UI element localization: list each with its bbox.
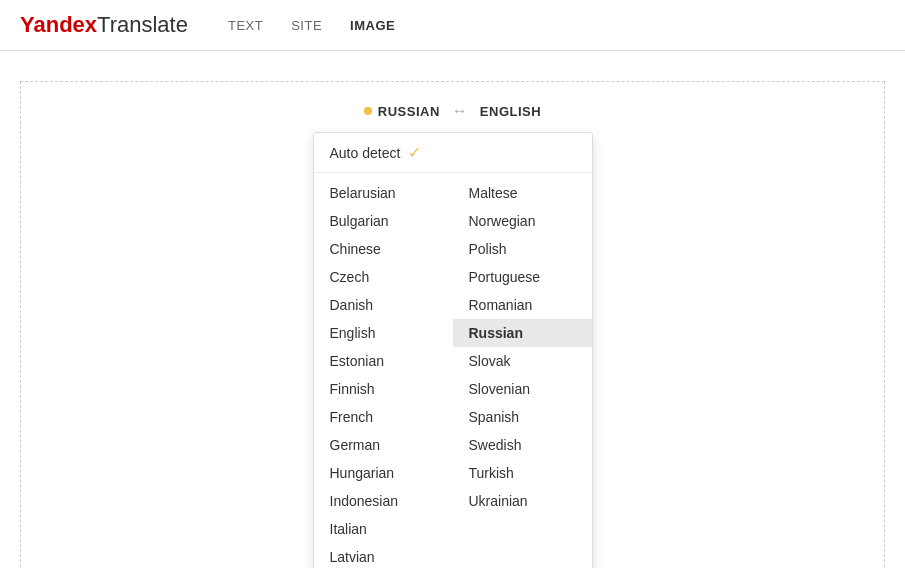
lang-option-slovenian[interactable]: Slovenian: [453, 375, 592, 403]
lang-option-french[interactable]: French: [314, 403, 453, 431]
lang-bar-inner: RUSSIAN ↔ ENGLISH: [41, 102, 864, 120]
lang-option-german[interactable]: German: [314, 431, 453, 459]
language-dropdown: Auto detect ✓ BelarusianBulgarianChinese…: [313, 132, 593, 568]
lang-bar: RUSSIAN ↔ ENGLISH: [41, 102, 864, 120]
logo: Yandex Translate: [20, 12, 188, 38]
logo-yandex: Yandex: [20, 12, 97, 38]
swap-arrow[interactable]: ↔: [452, 102, 468, 120]
lang-option-ukrainian[interactable]: Ukrainian: [453, 487, 592, 515]
lang-option-romanian[interactable]: Romanian: [453, 291, 592, 319]
nav-site[interactable]: SITE: [291, 18, 322, 33]
lang-option-chinese[interactable]: Chinese: [314, 235, 453, 263]
logo-translate: Translate: [97, 12, 188, 38]
lang-option-estonian[interactable]: Estonian: [314, 347, 453, 375]
lang-option-danish[interactable]: Danish: [314, 291, 453, 319]
lang-option-spanish[interactable]: Spanish: [453, 403, 592, 431]
nav-image[interactable]: IMAGE: [350, 18, 395, 33]
lang-option-finnish[interactable]: Finnish: [314, 375, 453, 403]
lang-option-indonesian[interactable]: Indonesian: [314, 487, 453, 515]
dropdown-container: Auto detect ✓ BelarusianBulgarianChinese…: [41, 132, 864, 568]
auto-detect-label: Auto detect: [330, 145, 401, 161]
source-dot: [364, 107, 372, 115]
lang-option-hungarian[interactable]: Hungarian: [314, 459, 453, 487]
lang-option-swedish[interactable]: Swedish: [453, 431, 592, 459]
lang-option-portuguese[interactable]: Portuguese: [453, 263, 592, 291]
target-language[interactable]: ENGLISH: [480, 104, 541, 119]
lang-option-belarusian[interactable]: Belarusian: [314, 179, 453, 207]
lang-option-maltese[interactable]: Maltese: [453, 179, 592, 207]
content-area: RUSSIAN ↔ ENGLISH Auto detect ✓ Belar: [20, 81, 885, 568]
source-language[interactable]: RUSSIAN: [364, 104, 440, 119]
header: Yandex Translate TEXT SITE IMAGE: [0, 0, 905, 51]
source-language-label: RUSSIAN: [378, 104, 440, 119]
auto-detect-option[interactable]: Auto detect ✓: [314, 133, 592, 173]
lang-option-bulgarian[interactable]: Bulgarian: [314, 207, 453, 235]
nav: TEXT SITE IMAGE: [228, 18, 395, 33]
lang-option-polish[interactable]: Polish: [453, 235, 592, 263]
nav-text[interactable]: TEXT: [228, 18, 263, 33]
lang-option-turkish[interactable]: Turkish: [453, 459, 592, 487]
target-language-label: ENGLISH: [480, 104, 541, 119]
main-area: RUSSIAN ↔ ENGLISH Auto detect ✓ Belar: [0, 51, 905, 568]
lang-option-russian[interactable]: Russian: [453, 319, 592, 347]
lang-option-czech[interactable]: Czech: [314, 263, 453, 291]
lang-option-slovak[interactable]: Slovak: [453, 347, 592, 375]
languages-grid: BelarusianBulgarianChineseCzechDanishEng…: [314, 173, 592, 568]
lang-option-italian[interactable]: Italian: [314, 515, 453, 543]
lang-col-2: MalteseNorwegianPolishPortugueseRomanian…: [453, 179, 592, 568]
lang-col-1: BelarusianBulgarianChineseCzechDanishEng…: [314, 179, 453, 568]
auto-detect-checkmark: ✓: [408, 143, 421, 162]
lang-option-latvian[interactable]: Latvian: [314, 543, 453, 568]
lang-option-norwegian[interactable]: Norwegian: [453, 207, 592, 235]
lang-option-english[interactable]: English: [314, 319, 453, 347]
